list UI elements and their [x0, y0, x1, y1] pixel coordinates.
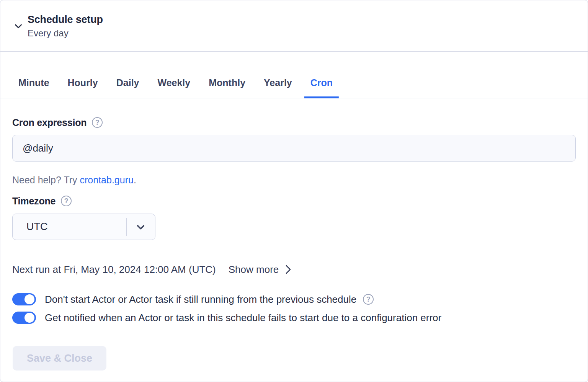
cron-tab-panel: Cron expression ? Need help? Try crontab…: [0, 117, 588, 371]
question-circle-icon[interactable]: ?: [61, 196, 72, 206]
tab-yearly[interactable]: Yearly: [264, 77, 292, 98]
toggle-row-dont-start: Don't start Actor or Actor task if still…: [12, 290, 576, 309]
show-more-label: Show more: [229, 264, 279, 276]
notify-toggle[interactable]: [12, 312, 36, 324]
schedule-options: Don't start Actor or Actor task if still…: [12, 290, 576, 327]
dont-start-toggle[interactable]: [12, 293, 36, 305]
cron-expression-label-row: Cron expression ?: [12, 117, 576, 128]
tab-weekly[interactable]: Weekly: [158, 77, 191, 98]
help-text-prefix: Need help? Try: [12, 175, 80, 185]
schedule-type-tabs: Minute Hourly Daily Weekly Monthly Yearl…: [0, 52, 588, 98]
save-close-button[interactable]: Save & Close: [13, 346, 106, 371]
question-circle-icon[interactable]: ?: [363, 294, 374, 305]
show-more-button[interactable]: Show more: [229, 264, 292, 276]
schedule-setup-header: Schedule setup Every day: [0, 0, 588, 52]
notify-toggle-label: Get notified when an Actor or task in th…: [45, 312, 441, 324]
timezone-label-row: Timezone ?: [12, 195, 576, 207]
tab-cron[interactable]: Cron: [310, 77, 333, 98]
chevron-down-icon: [13, 21, 23, 31]
cron-expression-label: Cron expression: [12, 117, 87, 128]
tab-hourly[interactable]: Hourly: [68, 77, 98, 98]
cron-help-text: Need help? Try crontab.guru.: [12, 174, 576, 186]
tab-daily[interactable]: Daily: [116, 77, 139, 98]
schedule-summary: Every day: [28, 28, 103, 39]
help-text-suffix: .: [134, 175, 136, 185]
next-run-text: Next run at Fri, May 10, 2024 12:00 AM (…: [12, 263, 216, 276]
dont-start-toggle-label: Don't start Actor or Actor task if still…: [45, 293, 356, 305]
question-circle-icon[interactable]: ?: [92, 117, 103, 128]
collapse-section-button[interactable]: Schedule setup Every day: [13, 13, 103, 39]
toggle-knob: [24, 313, 34, 323]
next-run-row: Next run at Fri, May 10, 2024 12:00 AM (…: [12, 263, 576, 276]
timezone-selected-value: UTC: [26, 221, 48, 233]
tab-minute[interactable]: Minute: [18, 77, 49, 98]
chevron-right-icon: [284, 264, 292, 275]
cron-expression-input[interactable]: [12, 135, 576, 162]
timezone-label: Timezone: [12, 195, 56, 207]
toggle-knob: [24, 294, 34, 304]
crontab-guru-link[interactable]: crontab.guru: [80, 175, 134, 185]
timezone-select[interactable]: UTC: [12, 214, 155, 240]
toggle-row-notify: Get notified when an Actor or task in th…: [12, 309, 576, 327]
page-title: Schedule setup: [28, 13, 103, 26]
chevron-down-icon: [135, 221, 147, 233]
tab-monthly[interactable]: Monthly: [209, 77, 245, 98]
select-divider: [126, 218, 127, 236]
